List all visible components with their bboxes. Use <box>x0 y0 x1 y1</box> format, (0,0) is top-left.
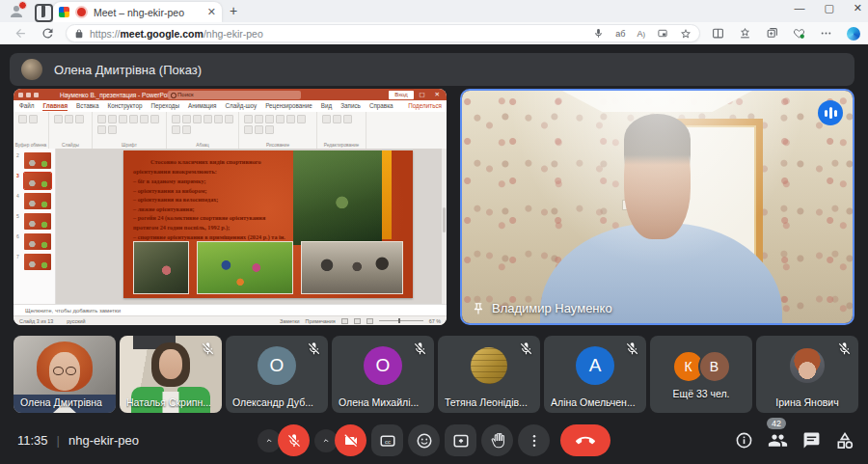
copilot-icon[interactable] <box>847 27 860 41</box>
more-options-button[interactable] <box>518 424 550 456</box>
slide-thumb-2[interactable]: 2 <box>14 150 55 171</box>
url-bar[interactable]: https://meet.google.com/nhg-ekir-peo аб … <box>66 24 700 42</box>
participant-tile-overflow[interactable]: К В Ещё 33 чел. <box>650 336 752 413</box>
browser-essentials-icon[interactable] <box>793 27 805 40</box>
ppt-view-normal-icon[interactable] <box>341 318 348 324</box>
ppt-tab-0[interactable]: Файл <box>19 102 34 110</box>
refresh-icon[interactable] <box>41 26 55 41</box>
participant-name: Олена Дмитрівна <box>20 396 102 408</box>
people-panel-icon[interactable] <box>768 430 788 450</box>
speaker-tile[interactable]: Владимир Науменко <box>460 89 854 325</box>
ppt-notes-toggle[interactable]: Заметки <box>280 318 300 324</box>
meet-favicon <box>59 7 69 17</box>
reactions-button[interactable] <box>408 424 440 456</box>
ribbon-group-3[interactable]: Абзац <box>167 112 239 149</box>
ribbon-group-0[interactable]: Буфер обмена <box>14 112 49 149</box>
ppt-tab-2[interactable]: Вставка <box>76 102 98 110</box>
ppt-tab-6[interactable]: Слайд-шоу <box>226 102 258 110</box>
slide-thumb-4[interactable]: 4 <box>14 191 55 211</box>
photo-avatar <box>471 347 507 384</box>
translate-icon[interactable]: аб <box>615 29 625 39</box>
ppt-share-button[interactable]: Поделиться <box>408 102 442 109</box>
more-menu-icon[interactable] <box>820 27 832 40</box>
meet-control-bar: 11:35 | nhg-ekir-peo cc <box>0 417 868 464</box>
ppt-zoom-slider[interactable] <box>379 320 423 321</box>
overflow-avatars: К В <box>650 350 752 383</box>
end-call-button[interactable] <box>560 424 610 456</box>
maximize-button[interactable]: ▢ <box>824 2 833 14</box>
split-screen-icon[interactable] <box>712 27 724 40</box>
slide-bullet: – рогейн 24 (колективне спортивне орієнт… <box>133 213 299 223</box>
chat-panel-icon[interactable] <box>802 431 821 450</box>
ppt-tab-9[interactable]: Запись <box>340 102 361 110</box>
slide-thumb-3[interactable]: 3 <box>14 171 55 191</box>
browser-tab[interactable]: Meet – nhg-ekir-peo ✕ <box>53 2 222 22</box>
close-button[interactable]: ✕ <box>854 2 862 14</box>
participant-tile-olena-d[interactable]: Олена Дмитрівна <box>14 336 116 413</box>
ppt-tab-8[interactable]: Вид <box>321 102 332 110</box>
ppt-tab-3[interactable]: Конструктор <box>108 102 143 110</box>
favorites-bar-icon[interactable] <box>739 27 751 40</box>
letter-avatar: О <box>258 346 296 385</box>
video-pip-icon[interactable] <box>657 28 668 39</box>
participant-tile-oleksandr[interactable]: О Олександр Дуб... <box>226 336 328 413</box>
favorite-star-icon[interactable] <box>680 28 692 40</box>
mic-mute-button[interactable] <box>278 424 310 456</box>
ppt-window-controls[interactable]: – ▢ ✕ <box>406 89 444 100</box>
ppt-view-sorter-icon[interactable] <box>354 318 361 324</box>
present-button[interactable] <box>445 424 476 456</box>
participant-tile-iryna[interactable]: Ірина Янович <box>756 336 858 413</box>
activities-icon[interactable] <box>835 431 854 450</box>
lock-icon[interactable] <box>74 29 84 39</box>
audio-level-indicator <box>818 100 843 125</box>
ppt-scrollbar[interactable] <box>442 149 447 304</box>
tab-activity-icon[interactable] <box>35 4 53 22</box>
ppt-zoom-level[interactable]: 67 % <box>429 318 441 324</box>
screenshare-tile[interactable]: Науменко В._презентация - PowerPoint Пои… <box>14 89 447 325</box>
ppt-window-title: Науменко В._презентация - PowerPoint <box>60 92 174 98</box>
ppt-tab-5[interactable]: Анимация <box>188 102 217 110</box>
mic-permission-icon[interactable] <box>593 28 604 39</box>
ppt-language[interactable]: русский <box>67 318 85 324</box>
recording-indicator-icon <box>75 6 88 18</box>
ribbon-group-5[interactable]: Редактирование <box>317 112 366 149</box>
participant-tile-olena-m[interactable]: О Олена Михайлі... <box>332 336 434 413</box>
tab-close-icon[interactable]: ✕ <box>207 6 216 18</box>
profile-button[interactable] <box>8 3 25 20</box>
pin-icon <box>472 302 485 315</box>
collections-icon[interactable] <box>766 27 778 40</box>
toolbar-right-icons <box>712 25 860 41</box>
ribbon-group-2[interactable]: Шрифт <box>93 112 167 149</box>
read-aloud-icon[interactable]: A) <box>637 29 645 39</box>
ppt-comments-toggle[interactable]: Примечания <box>306 318 336 324</box>
slide-thumb-7[interactable]: 7 <box>14 252 55 272</box>
ppt-tab-1[interactable]: Главная <box>42 102 68 111</box>
raise-hand-button[interactable] <box>481 424 513 456</box>
ppt-tab-7[interactable]: Рецензирование <box>265 102 312 110</box>
browser-window: Meet – nhg-ekir-peo ✕ + — ▢ ✕ https://me… <box>0 0 868 464</box>
ppt-tab-10[interactable]: Справка <box>369 102 393 110</box>
slide-thumb-6[interactable]: 6 <box>14 232 55 252</box>
mic-off-icon <box>837 341 852 356</box>
ppt-menu-tabs: ФайлГлавнаяВставкаКонструкторПереходыАни… <box>14 100 447 112</box>
participant-tile-tetyana[interactable]: Тетяна Леонідів... <box>438 336 540 413</box>
mic-off-icon <box>201 341 215 356</box>
ppt-slide-panel[interactable]: 234567 <box>14 149 56 304</box>
participant-name: Олена Михайлі... <box>339 396 419 408</box>
captions-button[interactable]: cc <box>371 424 403 456</box>
ppt-view-slideshow-icon[interactable] <box>366 318 373 324</box>
minimize-button[interactable]: — <box>794 2 804 14</box>
ppt-tab-4[interactable]: Переходы <box>150 102 179 110</box>
ppt-search-box[interactable]: Поиск <box>168 91 301 99</box>
back-icon[interactable] <box>14 26 28 41</box>
participant-tile-alina[interactable]: А Аліна Омельчен... <box>544 336 646 413</box>
ribbon-group-1[interactable]: Слайды <box>49 112 93 149</box>
slide-photo-group <box>301 241 403 294</box>
camera-off-button[interactable] <box>335 424 366 456</box>
slide-thumb-5[interactable]: 5 <box>14 211 55 232</box>
participant-tile-natalya[interactable]: Наталья Скрипн... <box>120 336 222 413</box>
new-tab-button[interactable]: + <box>230 3 237 18</box>
ribbon-group-4[interactable]: Рисование <box>239 112 317 149</box>
meeting-details-icon[interactable] <box>735 431 753 450</box>
ppt-notes-area[interactable]: Щелкните, чтобы добавить заметки <box>14 304 447 315</box>
